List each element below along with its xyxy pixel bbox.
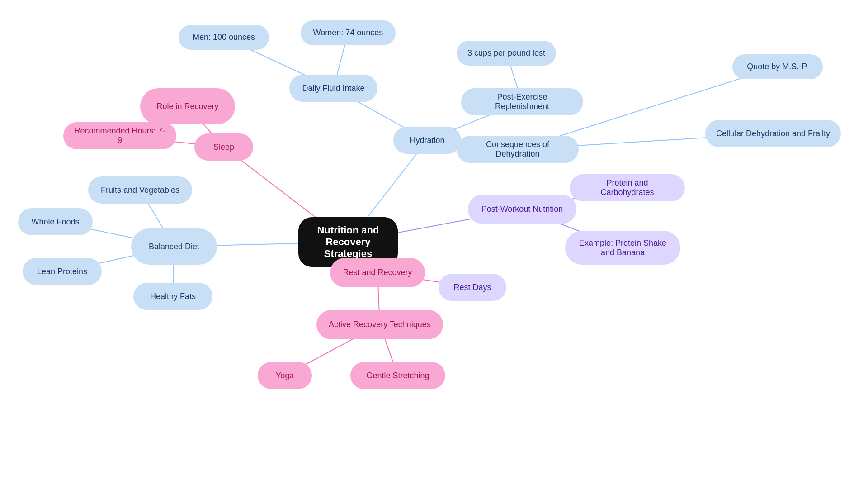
- node-sleep[interactable]: Sleep: [194, 133, 253, 161]
- node-consequences[interactable]: Consequences of Dehydration: [457, 136, 579, 163]
- node-leanProteins[interactable]: Lean Proteins: [23, 258, 102, 285]
- node-gentleStretching[interactable]: Gentle Stretching: [350, 362, 445, 389]
- node-yoga[interactable]: Yoga: [258, 362, 312, 389]
- node-cellularDehydration[interactable]: Cellular Dehydration and Frailty: [705, 120, 841, 147]
- node-postExercise[interactable]: Post-Exercise Replenishment: [461, 88, 583, 115]
- node-quoteMS[interactable]: Quote by M.S.-P.: [732, 54, 823, 79]
- node-exampleProtein[interactable]: Example: Protein Shake and Banana: [565, 231, 680, 265]
- node-threeCups[interactable]: 3 cups per pound lost: [457, 41, 556, 66]
- node-hydration[interactable]: Hydration: [393, 127, 461, 154]
- node-healthyFats[interactable]: Healthy Fats: [133, 283, 212, 310]
- node-postWorkout[interactable]: Post-Workout Nutrition: [468, 195, 576, 224]
- node-roleInRecovery[interactable]: Role in Recovery: [140, 88, 235, 124]
- node-restDays[interactable]: Rest Days: [439, 274, 506, 301]
- node-activeRecovery[interactable]: Active Recovery Techniques: [316, 310, 443, 339]
- node-men100[interactable]: Men: 100 ounces: [179, 25, 269, 50]
- node-recommendedHours[interactable]: Recommended Hours: 7-9: [63, 122, 176, 149]
- node-balancedDiet[interactable]: Balanced Diet: [131, 228, 217, 265]
- node-restRecovery[interactable]: Rest and Recovery: [330, 258, 425, 287]
- node-proteinCarbs[interactable]: Protein and Carbohydrates: [570, 174, 685, 201]
- node-dailyFluid[interactable]: Daily Fluid Intake: [289, 75, 377, 102]
- node-women74[interactable]: Women: 74 ounces: [301, 20, 396, 45]
- node-fruitsVeg[interactable]: Fruits and Vegetables: [88, 176, 192, 204]
- node-wholeFoods[interactable]: Whole Foods: [18, 208, 93, 235]
- mindmap-container: Nutrition and Recovery StrategiesHydrati…: [0, 0, 868, 490]
